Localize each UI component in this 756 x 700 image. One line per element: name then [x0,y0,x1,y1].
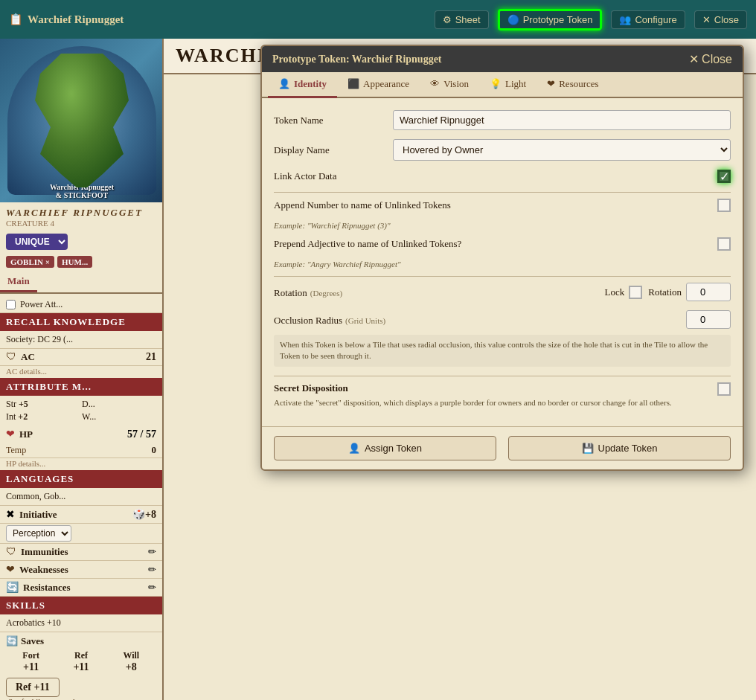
resources-icon: ❤ [547,78,555,90]
rotation-row: Rotation (Degrees) Lock Rotation [274,283,731,301]
recall-header: RECALL KNOWLEDGE [0,313,162,331]
saves-grid: Fort +11 Ref +11 Will +8 [6,650,156,673]
power-attack-check[interactable] [6,300,16,309]
identity-icon: 👤 [278,78,290,90]
occlusion-row: Occlusion Radius (Grid Units) [274,310,731,329]
saves-section: 🔄 Saves Fort +11 Ref +11 Will +8 [0,632,162,676]
app-title: 📋 Warchief Ripnugget [9,13,124,26]
secret-checkbox[interactable] [717,382,731,396]
link-actor-row: Link Actor Data ✓ [274,170,731,183]
hp-icon: ❤ [6,428,15,440]
sheet-icon: ⚙ [443,14,452,25]
tab-appearance[interactable]: ⬛ Appearance [337,72,420,98]
sheet-nav: Main [0,272,162,294]
display-name-row: Display Name Hovered by Owner [274,139,731,161]
weaknesses-row: ❤ Weaknesses ✏ [0,561,162,579]
attr-grid: Str +5 D... Int +2 W... [0,396,162,426]
append-number-checkbox[interactable] [717,199,731,212]
perception-select[interactable]: Perception [6,525,71,542]
mounted-note: -2 ref while mounted [0,697,162,700]
tab-light[interactable]: 💡 Light [479,72,536,98]
main-tab[interactable]: Main [0,272,37,292]
rotation-input[interactable] [686,283,731,301]
ref-badge-area: Ref +11 [0,676,162,697]
ref-badge: Ref +11 [6,678,60,697]
char-panel: Warchief Ripnugget & STICKFOOT WARCHIEF … [0,39,164,700]
prototype-icon: 🔵 [507,14,519,25]
appearance-icon: ⬛ [347,78,359,90]
unique-select[interactable]: UNIQUE [6,234,68,250]
initiative-value: +8 [145,509,156,521]
secret-row: Secret Disposition Activate the "secret"… [274,382,731,408]
immunities-row: 🛡 Immunities ✏ [0,544,162,561]
char-portrait: Warchief Ripnugget & STICKFOOT [0,39,164,202]
proto-close-btn[interactable]: ✕ Close [689,52,732,66]
creature-art [30,54,134,187]
weaknesses-icon: ❤ [6,563,15,576]
prepend-adj-label: Prepend Adjective to name of Unlinked To… [274,238,717,250]
configure-btn[interactable]: 👥 Configure [611,10,685,29]
assign-token-btn[interactable]: 👤 Assign Token [274,436,496,460]
hum-tag[interactable]: HUM... [57,256,92,268]
tab-vision[interactable]: 👁 Vision [420,72,479,98]
resistances-edit[interactable]: ✏ [148,582,156,594]
ac-icon: 🛡 [6,351,16,363]
weaknesses-edit[interactable]: ✏ [148,564,156,576]
creature-level: CREATURE 4 [6,219,156,228]
resistances-icon: 🔄 [6,581,19,594]
divider-2 [274,276,731,277]
light-icon: 💡 [490,78,502,90]
tab-identity[interactable]: 👤 Identity [268,72,337,98]
proto-token-dialog: Prototype Token: Warchief Ripnugget ✕ Cl… [260,45,744,471]
secret-description: Activate the "secret" disposition, which… [274,397,708,408]
append-number-row: Append Number to name of Unlinked Tokens [274,199,731,212]
lock-label: Lock [605,286,625,298]
top-bar-actions: ⚙ Sheet 🔵 Prototype Token 👥 Configure ✕ … [435,9,747,30]
prepend-adj-checkbox[interactable] [717,237,731,251]
rotation-label-area: Rotation (Degrees) [274,286,605,299]
display-name-select[interactable]: Hovered by Owner [393,139,731,161]
occlusion-input[interactable] [686,310,731,329]
close-main-btn[interactable]: ✕ Close [694,10,747,29]
token-name-row: Token Name [274,110,731,130]
prepend-adj-row: Prepend Adjective to name of Unlinked To… [274,237,731,251]
ref-save: Ref +11 [56,650,106,673]
close-main-icon: ✕ [702,14,711,25]
unique-section: UNIQUE [0,232,162,251]
update-token-btn[interactable]: 💾 Update Token [508,436,731,460]
hp-row: ❤ HP 57 / 57 [0,426,162,443]
title-icon: 📋 [9,13,23,26]
power-attack-row: Power Att... [0,297,162,313]
proto-footer: 👤 Assign Token 💾 Update Token [262,426,743,469]
hp-details[interactable]: HP details... [0,458,162,470]
attr-header: ATTRIBUTE M... [0,378,162,396]
prototype-btn[interactable]: 🔵 Prototype Token [498,9,603,30]
append-number-example: Example: "Warchief Ripnugget (3)" [274,221,731,230]
goblin-tag[interactable]: GOBLIN × [6,256,54,268]
d-placeholder: D... [82,399,156,410]
temp-row: Temp 0 [0,443,162,458]
prepend-adj-example: Example: "Angry Warchief Ripnugget" [274,260,731,269]
ac-details[interactable]: AC details... [0,366,162,378]
ac-row: 🛡 AC 21 [0,349,162,366]
saves-title: 🔄 Saves [6,635,156,647]
immunities-icon: 🛡 [6,546,16,558]
divider-3 [274,376,731,376]
top-bar: 📋 Warchief Ripnugget ⚙ Sheet 🔵 Prototype… [0,0,756,39]
occlusion-label-area: Occlusion Radius (Grid Units) [274,313,686,327]
char-tags: GOBLIN × HUM... [0,254,162,269]
lang-header: LANGUAGES [0,470,162,488]
vision-icon: 👁 [430,78,440,90]
sheet-btn[interactable]: ⚙ Sheet [435,10,489,29]
proto-tabs: 👤 Identity ⬛ Appearance 👁 Vision 💡 Light… [262,72,743,98]
token-name-input[interactable] [393,110,731,130]
initiative-row: ✖ Initiative 🎲 +8 [0,506,162,524]
fort-save: Fort +11 [6,650,56,673]
tab-resources[interactable]: ❤ Resources [536,72,609,98]
rotation-lock-checkbox[interactable] [629,286,642,299]
saves-icon: 🔄 [6,635,18,647]
link-actor-checkbox[interactable]: ✓ [717,170,731,183]
char-title: WARCHIEF RIPNUGGET [6,207,156,219]
immunities-edit[interactable]: ✏ [148,546,156,558]
int-label: Int +2 [6,411,80,423]
